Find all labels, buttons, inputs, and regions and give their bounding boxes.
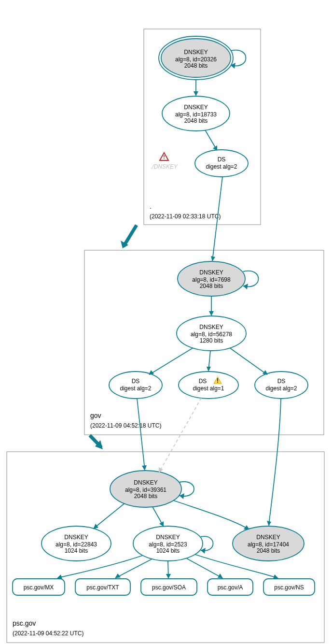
svg-text:1024 bits: 1024 bits: [65, 547, 88, 554]
edge-pscksk-zsk1: [94, 503, 124, 528]
svg-text:DNSKEY: DNSKEY: [256, 534, 280, 541]
svg-text:psc.gov/A: psc.gov/A: [218, 584, 243, 591]
edge-ds1-pscksk: [137, 399, 145, 470]
zone-root-label: .: [150, 202, 152, 210]
node-psc-zsk2: DNSKEY alg=8, id=2523 1024 bits: [133, 526, 203, 561]
edge-zsk2-mx: [58, 556, 142, 578]
svg-marker-29: [209, 311, 214, 316]
edge-pscksk-ksk2: [174, 501, 249, 529]
svg-marker-50: [142, 465, 147, 471]
warning-icon: !: [214, 377, 221, 384]
node-root-ksk: DNSKEY alg=8, id=20326 2048 bits: [159, 36, 233, 80]
zone-gov-ts: (2022-11-09 04:52:18 UTC): [90, 422, 161, 429]
svg-text:!: !: [217, 377, 219, 384]
svg-text:DS: DS: [199, 378, 207, 385]
node-psc-ksk: DNSKEY alg=8, id=39361 2048 bits: [110, 471, 181, 507]
svg-text:DNSKEY: DNSKEY: [199, 324, 223, 330]
svg-marker-65: [267, 521, 271, 526]
svg-marker-66: [93, 524, 98, 529]
svg-text:!: !: [163, 154, 165, 160]
svg-text:DNSKEY: DNSKEY: [64, 534, 88, 541]
svg-marker-22: [243, 284, 248, 289]
node-rr-mx: psc.gov/MX: [13, 579, 65, 595]
svg-text:alg=8, id=7698: alg=8, id=7698: [192, 276, 231, 283]
svg-text:psc.gov/NS: psc.gov/NS: [274, 584, 304, 591]
svg-text:./DNSKEY: ./DNSKEY: [151, 163, 178, 170]
svg-text:1280 bits: 1280 bits: [200, 337, 223, 344]
node-rr-soa: psc.gov/SOA: [141, 579, 197, 595]
svg-text:2048 bits: 2048 bits: [134, 493, 158, 500]
svg-text:DNSKEY: DNSKEY: [156, 534, 180, 541]
node-gov-ds2: DS digest alg=1 !: [179, 372, 238, 399]
node-root-badkey: ! ./DNSKEY: [151, 153, 178, 170]
svg-marker-43: [263, 370, 268, 375]
node-rr-txt: psc.gov/TXT: [75, 579, 130, 595]
zone-gov-label: gov: [90, 412, 101, 419]
svg-text:2048 bits: 2048 bits: [184, 62, 208, 69]
edge-govzsk-ds1: [150, 348, 193, 374]
svg-text:DS: DS: [132, 378, 140, 385]
zone-root-ts: (2022-11-09 02:33:18 UTC): [150, 213, 221, 220]
svg-marker-42: [207, 367, 211, 372]
svg-marker-10: [194, 91, 198, 96]
edge-root-zsk-ds: [205, 130, 217, 150]
svg-text:2048 bits: 2048 bits: [257, 547, 280, 554]
svg-text:alg=8, id=22843: alg=8, id=22843: [55, 541, 97, 548]
svg-marker-5: [231, 63, 235, 69]
node-rr-ns: psc.gov/NS: [263, 579, 315, 595]
node-root-ds: DS digest alg=2: [195, 150, 248, 177]
svg-marker-81: [166, 574, 171, 579]
svg-text:DNSKEY: DNSKEY: [134, 479, 157, 486]
svg-text:psc.gov/TXT: psc.gov/TXT: [86, 584, 119, 591]
svg-marker-83: [273, 574, 278, 579]
svg-text:alg=8, id=17404: alg=8, id=17404: [248, 541, 289, 548]
node-gov-ksk: DNSKEY alg=8, id=7698 2048 bits: [178, 261, 245, 296]
svg-text:DNSKEY: DNSKEY: [184, 49, 208, 56]
svg-text:psc.gov/SOA: psc.gov/SOA: [152, 584, 186, 591]
node-psc-ksk2: DNSKEY alg=8, id=17404 2048 bits: [233, 526, 304, 561]
node-gov-ds3: DS digest alg=2: [255, 372, 308, 399]
svg-text:alg=8, id=18733: alg=8, id=18733: [175, 111, 217, 118]
warning-icon: !: [160, 153, 168, 160]
node-psc-zsk1: DNSKEY alg=8, id=22843 1024 bits: [42, 526, 111, 561]
svg-text:alg=8, id=20326: alg=8, id=20326: [175, 56, 217, 63]
node-rr-a: psc.gov/A: [208, 579, 253, 595]
svg-text:DNSKEY: DNSKEY: [199, 269, 223, 276]
svg-text:2048 bits: 2048 bits: [184, 117, 208, 124]
svg-text:digest alg=2: digest alg=2: [206, 163, 237, 170]
node-root-zsk: DNSKEY alg=8, id=18733 2048 bits: [162, 96, 230, 131]
svg-marker-23: [211, 256, 215, 261]
svg-text:alg=8, id=2523: alg=8, id=2523: [149, 541, 187, 548]
node-gov-ds1: DS digest alg=2: [109, 372, 162, 399]
svg-text:DNSKEY: DNSKEY: [184, 104, 208, 111]
svg-text:DS: DS: [218, 156, 226, 163]
zone-psc-label: psc.gov: [13, 619, 36, 627]
deleg-root-gov: [124, 225, 137, 246]
svg-text:DS: DS: [277, 378, 286, 385]
svg-text:psc.gov/MX: psc.gov/MX: [24, 584, 54, 591]
svg-text:digest alg=2: digest alg=2: [265, 385, 297, 392]
svg-text:alg=8, id=56278: alg=8, id=56278: [191, 331, 232, 338]
svg-text:alg=8, id=39361: alg=8, id=39361: [125, 487, 166, 493]
edge-govzsk-ds3: [230, 348, 267, 374]
svg-text:digest alg=1: digest alg=1: [193, 385, 224, 392]
svg-text:1024 bits: 1024 bits: [156, 547, 180, 554]
edge-ds3-pscksk2: [269, 399, 281, 525]
svg-text:2048 bits: 2048 bits: [200, 283, 223, 289]
zone-psc-ts: (2022-11-09 04:52:22 UTC): [13, 630, 83, 637]
svg-text:digest alg=2: digest alg=2: [120, 385, 151, 392]
node-gov-zsk: DNSKEY alg=8, id=56278 1280 bits: [177, 316, 246, 351]
dnssec-graph: . (2022-11-09 02:33:18 UTC) gov (2022-11…: [0, 0, 332, 644]
